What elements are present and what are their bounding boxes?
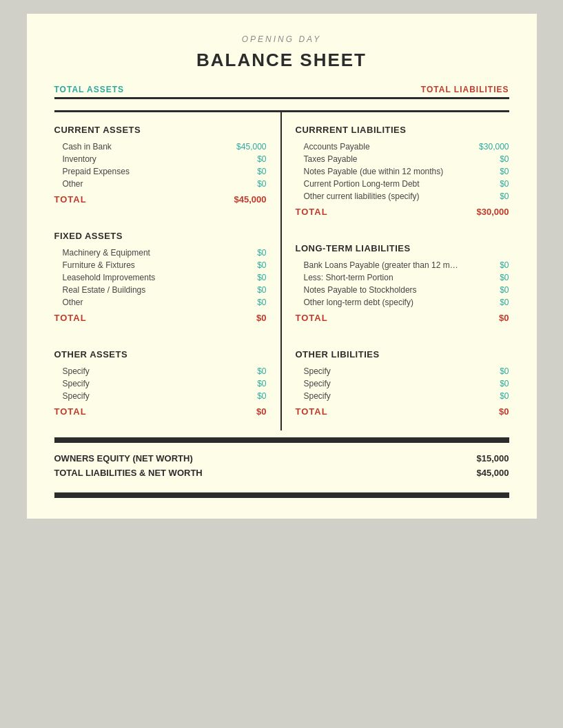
item-value: $0 [500,191,509,201]
item-value: $0 [257,260,266,270]
other-assets-total-label: TOTAL [54,406,87,417]
item-label: Notes Payable (due within 12 months) [304,167,444,176]
item-label: Specify [304,379,331,388]
total-assets-label: TOTAL ASSETS [54,85,125,94]
item-label: Machinery & Equipment [63,248,150,258]
item-label: Other long-term debt (specify) [304,298,413,307]
totals-labels-row: TOTAL ASSETS TOTAL LIABILITIES [54,85,509,94]
item-label: Specify [63,379,90,388]
item-label: Cash in Bank [63,142,112,152]
item-value: $45,000 [236,142,266,152]
item-label: Inventory [63,154,96,164]
item-value: $0 [257,285,266,295]
list-item: Other$0 [54,178,267,190]
current-liabilities-total-value: $30,000 [477,207,509,217]
left-column: CURRENT ASSETS Cash in Bank$45,000Invent… [54,112,282,430]
list-item: Less: Short-term Portion$0 [296,271,509,284]
item-value: $30,000 [479,142,509,152]
item-value: $0 [257,391,266,401]
fixed-assets-total-value: $0 [256,313,266,323]
balance-sheet-page: OPENING DAY BALANCE SHEET TOTAL ASSETS T… [27,14,537,519]
item-value: $0 [257,179,266,189]
totals-values-row [54,99,509,112]
item-label: Bank Loans Payable (greater than 12 m… [304,260,458,270]
list-item: Bank Loans Payable (greater than 12 m…$0 [296,259,509,271]
item-value: $0 [500,273,509,282]
list-item: Specify$0 [296,365,509,377]
item-label: Other [63,298,83,307]
item-value: $0 [257,366,266,376]
item-value: $0 [257,154,266,164]
other-assets-title: OTHER ASSETS [54,349,267,360]
item-value: $0 [257,273,266,282]
footer-bar [54,437,509,443]
item-label: Specify [304,366,331,376]
long-term-liabilities-title: LONG-TERM LIABILITIES [296,243,509,253]
item-value: $0 [257,248,266,258]
list-item: Prepaid Expenses$0 [54,165,267,178]
owners-equity-value: $15,000 [477,453,509,464]
other-assets-section: OTHER ASSETS Specify$0Specify$0Specify$0… [54,337,267,417]
other-assets-total-value: $0 [256,406,266,417]
list-item: Notes Payable to Stockholders$0 [296,284,509,296]
fixed-assets-total: TOTAL $0 [54,311,267,323]
list-item: Furniture & Fixtures$0 [54,259,267,271]
item-label: Taxes Payable [304,154,358,164]
item-label: Other [63,179,83,189]
item-label: Real Estate / Buildings [63,285,146,295]
bottom-footer-bar [54,492,509,498]
subtitle: OPENING DAY [54,34,509,44]
list-item: Cash in Bank$45,000 [54,141,267,153]
item-value: $0 [257,298,266,307]
list-item: Other$0 [54,296,267,309]
item-label: Less: Short-term Portion [304,273,393,282]
item-label: Current Portion Long-term Debt [304,179,420,189]
item-value: $0 [500,366,509,376]
item-value: $0 [500,391,509,401]
current-assets-total-value: $45,000 [234,194,267,205]
list-item: Taxes Payable$0 [296,153,509,165]
total-liabilities-networth-value: $45,000 [477,468,509,478]
fixed-assets-section: FIXED ASSETS Machinery & Equipment$0Furn… [54,218,267,323]
list-item: Other current liabilities (specify)$0 [296,190,509,202]
list-item: Leasehold Improvements$0 [54,271,267,284]
list-item: Other long-term debt (specify)$0 [296,296,509,309]
current-liabilities-total: TOTAL $30,000 [296,205,509,217]
item-label: Specify [304,391,331,401]
item-value: $0 [500,167,509,176]
header: OPENING DAY BALANCE SHEET [54,34,509,71]
current-assets-section: CURRENT ASSETS Cash in Bank$45,000Invent… [54,112,267,205]
current-liabilities-total-label: TOTAL [296,207,328,217]
owners-equity-row: OWNERS EQUITY (NET WORTH) $15,000 [54,451,509,466]
list-item: Notes Payable (due within 12 months)$0 [296,165,509,178]
item-value: $0 [500,298,509,307]
current-assets-title: CURRENT ASSETS [54,125,267,135]
list-item: Machinery & Equipment$0 [54,247,267,259]
other-liabilities-section: OTHER LIBILITIES Specify$0Specify$0Speci… [296,337,509,417]
long-term-liabilities-items: Bank Loans Payable (greater than 12 m…$0… [296,259,509,309]
item-label: Other current liabilities (specify) [304,191,420,201]
list-item: Specify$0 [296,377,509,390]
total-liabilities-networth-label: TOTAL LIABILITIES & NET WORTH [54,468,203,478]
list-item: Specify$0 [54,390,267,402]
total-liabilities-networth-row: TOTAL LIABILITIES & NET WORTH $45,000 [54,466,509,480]
current-assets-items: Cash in Bank$45,000Inventory$0Prepaid Ex… [54,141,267,190]
other-liabilities-items: Specify$0Specify$0Specify$0 [296,365,509,402]
long-term-liabilities-total-label: TOTAL [296,313,328,323]
list-item: Specify$0 [54,377,267,390]
list-item: Inventory$0 [54,153,267,165]
item-label: Furniture & Fixtures [63,260,135,270]
fixed-assets-items: Machinery & Equipment$0Furniture & Fixtu… [54,247,267,309]
item-label: Specify [63,366,90,376]
long-term-liabilities-total-value: $0 [499,313,509,323]
list-item: Accounts Payable$30,000 [296,141,509,153]
item-value: $0 [500,379,509,388]
fixed-assets-total-label: TOTAL [54,313,87,323]
list-item: Specify$0 [54,365,267,377]
item-label: Notes Payable to Stockholders [304,285,417,295]
other-liabilities-total-label: TOTAL [296,406,328,417]
fixed-assets-title: FIXED ASSETS [54,231,267,241]
item-label: Leasehold Improvements [63,273,156,282]
title: BALANCE SHEET [54,50,509,71]
other-liabilities-title: OTHER LIBILITIES [296,349,509,360]
